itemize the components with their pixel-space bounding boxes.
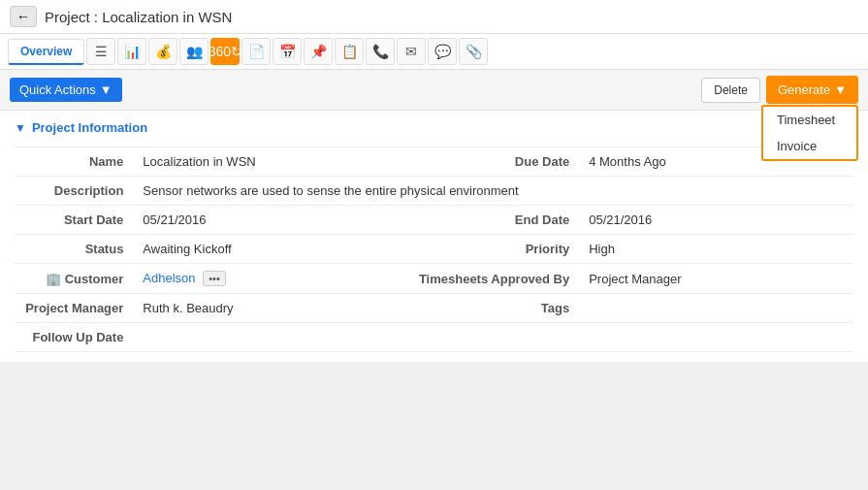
tab-money-icon[interactable]: 💰	[148, 38, 177, 65]
tags-value	[579, 294, 853, 323]
building-icon: 🏢	[46, 272, 61, 286]
description-value: Sensor networks are used to sense the en…	[133, 177, 853, 206]
dropdown-invoice[interactable]: Invoice	[763, 133, 856, 159]
chevron-icon: ▼	[15, 121, 26, 135]
table-row: Name Localization in WSN Due Date 4 Mont…	[15, 147, 853, 177]
table-row: Project Manager Ruth k. Beaudry Tags	[15, 294, 853, 323]
top-bar: ← Project : Localization in WSN	[0, 0, 868, 34]
generate-button[interactable]: Generate ▼	[766, 76, 858, 104]
table-row: 🏢 Customer Adhelson ••• Timesheets Appro…	[15, 264, 853, 294]
tab-chart-icon[interactable]: 📊	[117, 38, 146, 65]
priority-value: High	[579, 235, 853, 264]
customer-value: Adhelson •••	[133, 264, 407, 294]
status-value: Awaiting Kickoff	[133, 235, 407, 264]
dropdown-timesheet[interactable]: Timesheet	[763, 107, 856, 133]
tab-chat-icon[interactable]: 💬	[428, 38, 457, 65]
chevron-down-icon: ▼	[834, 82, 847, 97]
tab-calendar-icon[interactable]: 📅	[273, 38, 302, 65]
timesheets-value: Project Manager	[579, 264, 853, 294]
customer-label: 🏢 Customer	[15, 264, 133, 294]
table-row: Status Awaiting Kickoff Priority High	[15, 235, 853, 264]
end-date-label: End Date	[407, 206, 579, 235]
content-area: ▼ Project Information Name Localization …	[0, 111, 868, 362]
tags-label: Tags	[407, 294, 579, 323]
tab-group-icon[interactable]: 👥	[179, 38, 209, 65]
tab-clipboard-icon[interactable]: 📋	[335, 38, 364, 65]
start-date-value: 05/21/2016	[133, 206, 407, 235]
table-row: Start Date 05/21/2016 End Date 05/21/201…	[15, 206, 853, 235]
project-manager-label: Project Manager	[15, 294, 133, 323]
project-info-table: Name Localization in WSN Due Date 4 Mont…	[15, 147, 853, 352]
section-title: Project Information	[32, 120, 147, 135]
right-buttons: Delete Generate ▼	[701, 76, 858, 104]
tab-overview[interactable]: Overview	[8, 39, 84, 65]
tab-document-icon[interactable]: 📄	[241, 38, 271, 65]
follow-up-value	[133, 323, 407, 352]
toolbar: Overview ☰ 📊 💰 👥 360↻ 📄 📅 📌 📋 📞 ✉ 💬 📎	[0, 34, 868, 70]
timesheets-label: Timesheets Approved By	[407, 264, 579, 294]
delete-button[interactable]: Delete	[701, 78, 760, 103]
quick-actions-button[interactable]: Quick Actions ▼	[10, 78, 122, 102]
start-date-label: Start Date	[15, 206, 133, 235]
tab-list-icon[interactable]: ☰	[86, 38, 115, 65]
chevron-down-icon: ▼	[100, 82, 113, 97]
tab-360-icon[interactable]: 360↻	[210, 38, 240, 65]
page-title: Project : Localization in WSN	[45, 9, 232, 25]
tab-phone-icon[interactable]: 📞	[366, 38, 395, 65]
customer-more-button[interactable]: •••	[203, 271, 226, 286]
tab-pin-icon[interactable]: 📌	[304, 38, 333, 65]
end-date-value: 05/21/2016	[579, 206, 853, 235]
table-row: Follow Up Date	[15, 323, 853, 352]
description-label: Description	[15, 177, 133, 206]
customer-link[interactable]: Adhelson	[143, 271, 195, 285]
action-bar: Quick Actions ▼ Delete Generate ▼ Timesh…	[0, 70, 868, 111]
project-manager-value: Ruth k. Beaudry	[133, 294, 407, 323]
name-value: Localization in WSN	[133, 147, 407, 177]
back-button[interactable]: ←	[10, 6, 37, 27]
tab-paperclip-icon[interactable]: 📎	[459, 38, 488, 65]
generate-dropdown: Timesheet Invoice	[761, 105, 858, 161]
priority-label: Priority	[407, 235, 579, 264]
due-date-label: Due Date	[407, 147, 579, 177]
section-header: ▼ Project Information	[15, 120, 853, 135]
tab-email-icon[interactable]: ✉	[397, 38, 426, 65]
table-row: Description Sensor networks are used to …	[15, 177, 853, 206]
follow-up-label: Follow Up Date	[15, 323, 133, 352]
status-label: Status	[15, 235, 133, 264]
name-label: Name	[15, 147, 133, 177]
